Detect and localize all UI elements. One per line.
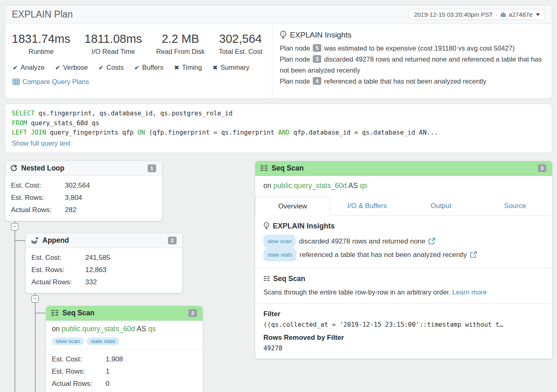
explain-insights-summary: EXPLAIN Insights Plan node 5 was estimat…	[272, 24, 552, 98]
plan-node-append[interactable]: Append 2 Est. Cost:241,585 Est. Rows:12,…	[25, 233, 183, 293]
flag-buffers: ✔Buffers	[134, 64, 164, 71]
alias-link[interactable]: qs	[360, 182, 367, 190]
node-number-badge[interactable]: 3	[313, 55, 321, 63]
detail-insights-section: EXPLAIN Insights slow scan discarded 492…	[255, 216, 552, 268]
node-stat-row: Actual Rows:332	[31, 276, 177, 288]
plan-tree: − − Nested Loop 1 Est. Cost:302,564 Est.…	[0, 160, 557, 392]
flag-costs: ✔Costs	[98, 64, 124, 71]
collapse-node-button[interactable]: −	[11, 223, 18, 230]
stat-value: 1811.08ms	[84, 32, 142, 46]
node-stat-row: Est. Rows:12,863	[31, 264, 177, 276]
stat-label: Total Est. Cost	[219, 48, 262, 55]
node-relation: on public.query_stats_60d AS qs	[46, 321, 203, 337]
tab-io-buffers[interactable]: I/O & Buffers	[330, 197, 404, 216]
collapse-node-button[interactable]: −	[31, 295, 39, 303]
table-link[interactable]: public.query_stats_60d	[273, 182, 347, 190]
filter-expression: ((qs.collected_at = '2019-12-15 23:15:00…	[263, 321, 544, 328]
tag-stale-stats: stale stats	[263, 248, 296, 261]
node-title: Nested Loop	[21, 164, 64, 173]
node-header[interactable]: Nested Loop 1	[5, 161, 162, 176]
detail-title: Seq Scan	[272, 164, 304, 173]
node-stat-row: Est. Rows:1	[52, 365, 197, 378]
sql-line: SELECT qs.fingerprint, qs.database_id, q…	[12, 109, 545, 119]
detail-tabs: Overview I/O & Buffers Output Source	[255, 197, 552, 216]
node-number-badge[interactable]: 4	[313, 77, 321, 85]
node-number-badge[interactable]: 5	[313, 44, 321, 52]
plan-node-nested-loop[interactable]: Nested Loop 1 Est. Cost:302,564 Est. Row…	[5, 161, 162, 221]
insight-item: Plan node 3 discarded 49278 rows and ret…	[280, 54, 545, 76]
node-type-heading: Seq Scan	[263, 275, 544, 283]
seq-scan-rows-icon	[51, 310, 59, 316]
check-icon: ✔	[13, 64, 18, 71]
insights-heading: EXPLAIN Insights	[263, 222, 544, 230]
learn-more-link[interactable]: Learn more	[452, 288, 486, 296]
panel-header: EXPLAIN Plan 2019-12-15 03:20:40pm PST ·…	[5, 5, 552, 24]
node-stat-row: Est. Cost:1,908	[52, 353, 197, 365]
stat-value: 1831.74ms	[12, 32, 71, 46]
tab-overview[interactable]: Overview	[255, 197, 330, 216]
tree-connector-line	[35, 313, 46, 313]
node-stat-row: Actual Rows:0	[52, 378, 197, 390]
node-stat-row: Est. Cost:241,585	[31, 252, 177, 264]
stat-read-from-disk: 2.2 MB Read From Disk	[156, 32, 205, 55]
robot-icon	[500, 11, 506, 18]
seq-scan-rows-icon	[260, 165, 268, 171]
explain-plan-panel: EXPLAIN Plan 2019-12-15 03:20:40pm PST ·…	[5, 5, 552, 99]
plan-node-seq-scan[interactable]: Seq Scan 3 on public.query_stats_60d AS …	[46, 306, 203, 392]
node-header-selected[interactable]: Seq Scan 3	[46, 306, 203, 321]
node-title: Seq Scan	[62, 309, 95, 317]
flag-summary: ✖Summary	[212, 64, 249, 71]
node-stat-row: Est. Cost:302,564	[11, 179, 156, 192]
sql-line: FROM query_stats_60d qs	[12, 119, 545, 128]
stat-value: 302,564	[219, 32, 262, 46]
node-header[interactable]: Append 2	[26, 233, 182, 248]
lightbulb-icon	[263, 222, 270, 230]
seq-scan-rows-icon	[263, 276, 270, 281]
node-type-description: Scans through the entire table row-by-ro…	[263, 287, 544, 297]
check-icon: ✔	[98, 64, 104, 71]
detail-insight-item: slow scan discarded 49278 rows and retur…	[263, 235, 544, 248]
table-link[interactable]: public.query_stats_60d	[62, 325, 135, 333]
tag-stale-stats: stale stats	[86, 337, 119, 345]
node-type-info-section: Seq Scan Scans through the entire table …	[255, 268, 552, 303]
table-grid-icon	[13, 79, 20, 85]
tab-output[interactable]: Output	[404, 197, 478, 216]
insight-item: Plan node 4 referenced a table that has …	[280, 76, 545, 87]
flag-timing: ✖Timing	[174, 64, 202, 71]
insights-heading: EXPLAIN Insights	[280, 31, 545, 40]
plan-timestamp-dropdown[interactable]: 2019-12-15 03:20:40pm PST · a27487e	[409, 9, 545, 20]
tab-source[interactable]: Source	[478, 197, 553, 216]
stat-label: Runtime	[12, 48, 71, 55]
plan-stats: 1831.74ms Runtime 1811.08ms I/O Read Tim…	[5, 24, 272, 98]
filter-label: Filter	[263, 310, 544, 318]
tag-slow-scan: slow scan	[263, 235, 296, 248]
node-number-badge: 1	[148, 164, 156, 172]
show-full-query-link[interactable]: Show full query text	[12, 138, 71, 148]
stat-total-est-cost: 302,564 Total Est. Cost	[219, 32, 262, 55]
external-link-icon[interactable]	[429, 238, 435, 244]
node-tags: slow scan stale stats	[46, 337, 203, 350]
explain-flags: ✔Analyze ✔Verbose ✔Costs ✔Buffers ✖Timin…	[13, 64, 262, 71]
page-title: EXPLAIN Plan	[12, 9, 73, 20]
node-detail-panel: Seq Scan 3 on public.query_stats_60d AS …	[255, 161, 553, 359]
flag-analyze: ✔Analyze	[13, 64, 44, 71]
lightbulb-icon	[280, 31, 287, 40]
external-link-icon[interactable]	[470, 251, 477, 258]
x-icon: ✖	[212, 64, 218, 71]
node-number-badge: 3	[538, 164, 546, 172]
query-text-panel: SELECT qs.fingerprint, qs.database_id, q…	[5, 104, 552, 153]
detail-insight-item: stale stats referenced a table that has …	[263, 248, 544, 261]
stat-label: I/O Read Time	[84, 48, 142, 55]
stat-label: Read From Disk	[156, 48, 205, 55]
stat-io-read-time: 1811.08ms I/O Read Time	[84, 32, 142, 55]
chevron-down-icon	[536, 13, 540, 16]
compare-query-plans-link[interactable]: Compare Query Plans	[13, 78, 89, 86]
insight-item: Plan node 5 was estimated to be expensiv…	[280, 43, 545, 54]
alias-link[interactable]: qs	[148, 325, 155, 333]
rows-removed-value: 49278	[263, 345, 544, 352]
plan-fingerprint: a27487e	[509, 11, 533, 18]
stat-value: 2.2 MB	[156, 32, 205, 46]
flag-verbose: ✔Verbose	[55, 64, 88, 71]
x-icon: ✖	[174, 64, 179, 71]
tag-slow-scan: slow scan	[52, 337, 84, 345]
